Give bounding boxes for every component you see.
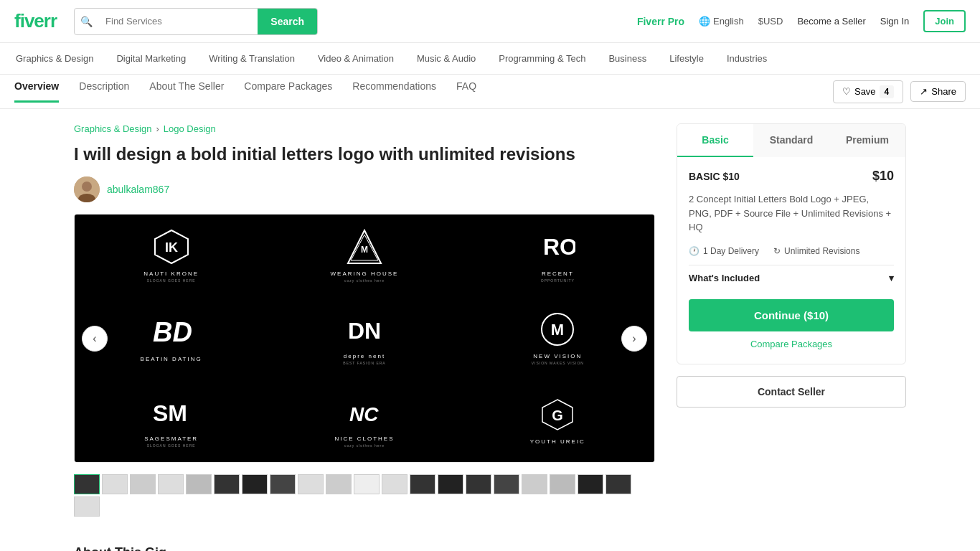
avatar — [74, 176, 100, 202]
sub-nav-actions: ♡ Save 4 ↗ Share — [833, 80, 966, 103]
tab-about-seller[interactable]: About The Seller — [149, 80, 224, 103]
gallery-prev-arrow[interactable]: ‹ — [82, 326, 108, 352]
thumbnail-4[interactable] — [158, 474, 184, 494]
language-selector[interactable]: 🌐 English — [699, 16, 744, 27]
thumbnail-strip — [74, 474, 655, 517]
language-label: English — [713, 16, 744, 27]
thumbnail-3[interactable] — [130, 474, 156, 494]
whats-included-label: What's Included — [689, 273, 760, 283]
thumbnail-8[interactable] — [270, 474, 296, 494]
avatar-image — [74, 176, 100, 202]
tab-overview[interactable]: Overview — [14, 80, 59, 103]
tab-compare-packages[interactable]: Compare Packages — [244, 80, 332, 103]
logo-cell-2: M WEARING HOUSE cozy clothes here — [268, 215, 461, 297]
nav-business[interactable]: Business — [607, 53, 648, 64]
thumbnail-2[interactable] — [102, 474, 128, 494]
thumbnail-15[interactable] — [466, 474, 491, 494]
thumbnail-10[interactable] — [326, 474, 352, 494]
logo-icon-5: DN — [347, 311, 382, 347]
thumbnail-16[interactable] — [494, 474, 519, 494]
breadcrumb-separator: › — [156, 123, 159, 134]
tab-premium[interactable]: Premium — [829, 124, 905, 157]
thumbnail-11[interactable] — [354, 474, 380, 494]
logo-sub-2: cozy clothes here — [344, 278, 385, 283]
tab-description[interactable]: Description — [79, 80, 129, 103]
thumbnail-13[interactable] — [410, 474, 435, 494]
nav-writing-translation[interactable]: Writing & Translation — [207, 53, 296, 64]
package-name: BASIC $10 — [689, 171, 740, 182]
join-button[interactable]: Join — [923, 10, 966, 32]
thumbnail-1[interactable] — [74, 474, 100, 494]
tab-faq[interactable]: FAQ — [456, 80, 476, 103]
search-input[interactable] — [98, 16, 258, 27]
nav-video-animation[interactable]: Video & Animation — [316, 53, 395, 64]
continue-button[interactable]: Continue ($10) — [689, 299, 894, 331]
svg-text:G: G — [552, 408, 564, 423]
thumbnail-6[interactable] — [214, 474, 240, 494]
logo-icon-4: BD — [151, 314, 192, 350]
logo[interactable]: fiverr — [14, 10, 57, 32]
tab-basic[interactable]: Basic — [677, 124, 753, 157]
contact-seller-button[interactable]: Contact Seller — [677, 376, 906, 408]
gallery-next-arrow[interactable]: › — [621, 326, 647, 352]
header-nav: Fiverr Pro 🌐 English $USD Become a Selle… — [637, 10, 966, 32]
compare-packages-link[interactable]: Compare Packages — [689, 339, 894, 352]
seller-name[interactable]: abulkalam867 — [107, 184, 169, 195]
thumbnail-21[interactable] — [74, 496, 100, 517]
svg-text:NC: NC — [349, 403, 379, 425]
thumbnail-12[interactable] — [382, 474, 407, 494]
thumbnail-18[interactable] — [550, 474, 575, 494]
thumbnail-7[interactable] — [242, 474, 268, 494]
sign-in-link[interactable]: Sign In — [880, 16, 909, 27]
logo-cell-9: G YOUTH UREIC — [461, 380, 654, 462]
save-button[interactable]: ♡ Save 4 — [833, 80, 903, 103]
breadcrumb-subcategory[interactable]: Logo Design — [164, 123, 216, 134]
thumbnail-5[interactable] — [186, 474, 212, 494]
breadcrumb-category[interactable]: Graphics & Design — [74, 123, 151, 134]
nav-programming-tech[interactable]: Programming & Tech — [497, 53, 587, 64]
nav-industries[interactable]: Industries — [725, 53, 768, 64]
thumbnail-19[interactable] — [578, 474, 603, 494]
tab-standard[interactable]: Standard — [753, 124, 829, 157]
sub-nav: Overview Description About The Seller Co… — [0, 75, 980, 109]
share-button[interactable]: ↗ Share — [910, 81, 966, 102]
chevron-down-icon: ▾ — [889, 273, 894, 283]
revisions-label: Unlimited Revisions — [784, 246, 859, 256]
svg-point-1 — [82, 182, 92, 192]
clock-icon: 🕐 — [689, 246, 699, 256]
thumbnail-17[interactable] — [522, 474, 547, 494]
search-button[interactable]: Search — [258, 8, 317, 35]
logo-icon-8: NC — [347, 394, 382, 430]
nav-music-audio[interactable]: Music & Audio — [415, 53, 477, 64]
save-label: Save — [854, 86, 876, 97]
logo-name-3: RECENT — [542, 270, 574, 277]
svg-text:M: M — [361, 245, 368, 255]
fiverr-pro-link[interactable]: Fiverr Pro — [637, 16, 684, 27]
logo-icon-2: M — [347, 229, 382, 265]
package-price: $10 — [872, 169, 894, 184]
tab-recommendations[interactable]: Recommendations — [352, 80, 436, 103]
logo-cell-1: IK NAUTI KRONE SLOGAN GOES HERE — [75, 215, 268, 297]
globe-icon: 🌐 — [699, 16, 710, 27]
nav-graphics-design[interactable]: Graphics & Design — [14, 53, 95, 64]
thumbnail-9[interactable] — [298, 474, 324, 494]
nav-lifestyle[interactable]: Lifestyle — [668, 53, 705, 64]
logo-sub-3: OPPORTUNITY — [541, 278, 575, 283]
svg-text:BD: BD — [153, 317, 192, 347]
svg-text:DN: DN — [348, 318, 381, 344]
right-column: Basic Standard Premium BASIC $10 $10 2 C… — [677, 123, 906, 551]
become-seller-link[interactable]: Become a Seller — [797, 16, 865, 27]
thumbnail-20[interactable] — [606, 474, 631, 494]
left-column: Graphics & Design › Logo Design I will d… — [74, 123, 655, 551]
logo-cell-8: NC NICE CLOTHES cozy clothes here — [268, 380, 461, 462]
thumbnail-14[interactable] — [438, 474, 463, 494]
currency-selector[interactable]: $USD — [758, 16, 783, 27]
whats-included-row[interactable]: What's Included ▾ — [689, 265, 894, 291]
nav-digital-marketing[interactable]: Digital Marketing — [115, 53, 187, 64]
svg-text:IK: IK — [165, 240, 178, 255]
svg-text:RO: RO — [543, 234, 575, 260]
logo-name-4: BEATIN DATING — [141, 356, 202, 362]
logo-icon-1: IK — [154, 229, 189, 265]
gallery-grid: IK NAUTI KRONE SLOGAN GOES HERE M WEARIN… — [75, 215, 654, 462]
logo-icon-7: SM — [151, 394, 192, 430]
